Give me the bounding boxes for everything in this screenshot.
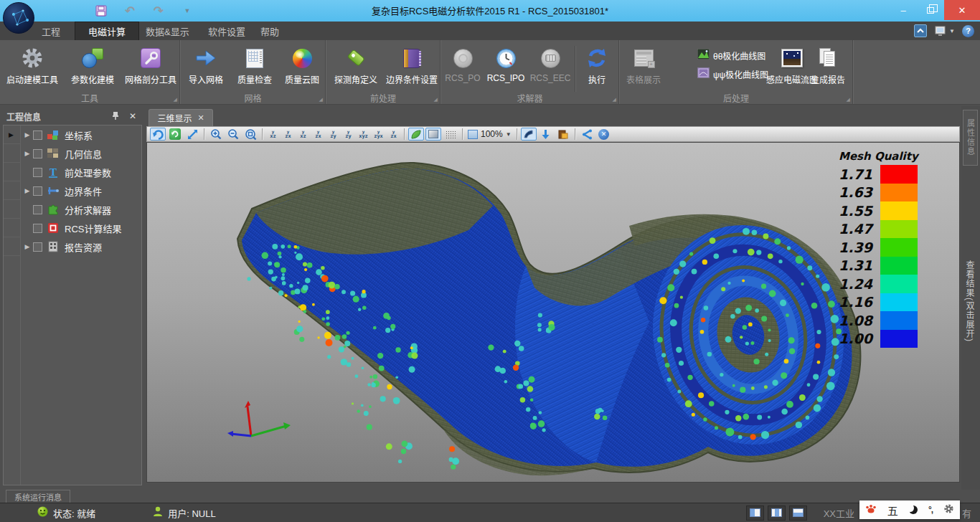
share-view-button[interactable] — [579, 128, 595, 141]
ime-settings-gear-icon[interactable] — [943, 503, 954, 517]
axis-view-button[interactable]: yxz — [265, 130, 281, 139]
zoom-dropdown-icon[interactable]: ▼ — [506, 131, 512, 138]
tree-checkbox[interactable] — [33, 205, 42, 214]
psi-polarization-plot-button[interactable]: ψψ极化曲线图 — [697, 67, 768, 80]
tree-checkbox[interactable] — [33, 224, 42, 233]
execute-button[interactable]: 执行 — [578, 42, 616, 90]
group-dialog-launcher-icon[interactable]: ◢ — [434, 97, 438, 102]
expand-arrow-icon[interactable]: ▶ — [22, 131, 33, 138]
zoom-out-button[interactable] — [225, 128, 241, 141]
zoom-level-combo[interactable]: 100% ▼ — [468, 129, 512, 139]
zoom-fit-button[interactable] — [242, 128, 258, 141]
help-button[interactable]: ? — [962, 25, 974, 37]
tree-checkbox[interactable] — [33, 168, 42, 177]
shaded-view-button[interactable] — [425, 128, 441, 141]
axis-view-button[interactable]: yzx — [281, 130, 296, 139]
3d-canvas[interactable]: Mesh Quality 1.711.631.551.471.391.311.2… — [146, 142, 960, 483]
status-smiley-icon — [37, 506, 48, 520]
axis-view-button[interactable]: yzy — [326, 130, 341, 139]
import-mesh-button[interactable]: 导入网格 — [184, 42, 228, 90]
rcs-ipo-button[interactable]: RCS_IPO — [484, 42, 527, 90]
mesh-partition-tool-button[interactable]: 网格剖分工具 — [122, 42, 179, 90]
rcs-eec-button[interactable]: RCS_EEC — [529, 42, 572, 90]
legend-row: 1.55 — [839, 201, 933, 220]
tab-data-display[interactable]: 数据&显示 — [133, 22, 202, 40]
group-dialog-launcher-icon[interactable]: ◢ — [319, 97, 323, 102]
tab-project[interactable]: 工程 — [29, 22, 73, 40]
expand-arrow-icon[interactable]: ▶ — [22, 150, 33, 157]
tree-item[interactable]: 分析求解器 — [22, 200, 141, 219]
legend-value: 1.47 — [839, 221, 880, 237]
theta-polarization-plot-button[interactable]: θθ极化曲线图 — [697, 49, 768, 62]
quality-check-button[interactable]: 质量检查 — [232, 42, 277, 90]
expand-arrow-icon[interactable]: ▶ — [22, 243, 33, 250]
axis-view-button[interactable]: yzyx — [371, 130, 386, 139]
tab-help[interactable]: 帮助 — [248, 22, 292, 40]
pin-icon[interactable] — [112, 110, 119, 123]
quality-cloud-button[interactable]: 质量云图 — [280, 42, 324, 90]
boundary-condition-button[interactable]: 边界条件设置 — [384, 42, 440, 90]
legend-swatch — [880, 184, 918, 202]
rcs-po-button[interactable]: RCS_PO — [443, 42, 483, 90]
system-messages-tab[interactable]: 系统运行消息 — [6, 490, 70, 503]
tree-checkbox[interactable] — [33, 149, 42, 158]
attributes-panel-tab[interactable]: 属性信息 — [963, 110, 978, 166]
ime-punctuation-icon[interactable]: °, — [928, 505, 933, 515]
tree-item[interactable]: T 前处理参数 — [22, 163, 141, 181]
axis-view-button[interactable]: yzx — [386, 130, 401, 139]
axis-view-button[interactable]: yzy — [341, 130, 356, 139]
layout-bottom-panel-button[interactable] — [789, 506, 807, 521]
axis-view-button[interactable]: yxyz — [356, 130, 371, 139]
tree-item[interactable]: ▶ 边界条件 — [22, 181, 141, 200]
ime-mode-label[interactable]: 五 — [887, 503, 898, 518]
wireframe-grid-button[interactable] — [443, 128, 458, 141]
tab-close-icon[interactable]: ✕ — [197, 113, 204, 123]
close-button[interactable]: ✕ — [944, 0, 980, 20]
legend-row: 1.24 — [839, 275, 933, 293]
panel-close-icon[interactable]: ✕ — [129, 111, 136, 121]
table-display-button[interactable]: + 表格展示 — [621, 42, 666, 90]
tree-checkbox[interactable] — [33, 242, 42, 252]
expand-arrow-icon[interactable]: ▶ — [22, 187, 33, 194]
shapes-icon — [81, 44, 104, 72]
generate-report-button[interactable]: 生成报告 — [805, 42, 851, 90]
group-dialog-launcher-icon[interactable]: ◢ — [847, 97, 850, 102]
launch-modeler-button[interactable]: 启动建模工具 — [3, 42, 62, 90]
minimize-button[interactable]: – — [890, 0, 917, 20]
ribbon-group-tools: 启动建模工具 参数化建模 网格剖分工具 工具 ◢ — [0, 40, 180, 104]
refresh-view-button[interactable] — [167, 128, 183, 141]
layout-left-panel-button[interactable] — [746, 506, 764, 521]
ime-moon-icon[interactable] — [909, 506, 918, 514]
scale-view-button[interactable] — [184, 128, 200, 141]
layout-center-panel-button[interactable] — [768, 506, 786, 521]
probe-angle-button[interactable]: 探测角定义 — [329, 42, 383, 90]
tree-item[interactable]: ▶ 报告资源 — [22, 237, 141, 256]
tree-item[interactable]: ▶ 几何信息 — [22, 144, 141, 163]
tab-em-compute[interactable]: 电磁计算 — [75, 22, 139, 40]
axis-view-button[interactable]: yzx — [311, 130, 326, 139]
section-view-button[interactable] — [521, 128, 537, 141]
group-dialog-launcher-icon[interactable]: ◢ — [174, 97, 177, 102]
rotate-view-button[interactable] — [150, 128, 166, 141]
parametric-modeling-button[interactable]: 参数化建模 — [65, 42, 121, 90]
smooth-render-button[interactable] — [408, 128, 424, 141]
copy-view-button[interactable] — [555, 128, 571, 141]
cancel-button[interactable]: ✕ — [596, 128, 612, 141]
report-pages-icon — [818, 44, 838, 72]
group-dialog-launcher-icon[interactable]: ◢ — [613, 97, 616, 102]
display-mode-button[interactable]: ▼ — [934, 25, 955, 37]
ime-paw-icon[interactable] — [865, 503, 877, 517]
collapse-ribbon-button[interactable] — [914, 24, 927, 37]
restore-button[interactable] — [917, 0, 944, 20]
tree-checkbox[interactable] — [33, 186, 42, 196]
view-results-tab[interactable]: 查看结果(双击展开) — [963, 260, 976, 342]
export-down-button[interactable] — [538, 128, 554, 141]
tree-item[interactable]: RCS计算结果 — [22, 219, 141, 237]
panel-title: 工程信息 — [3, 110, 112, 123]
tab-3d-view[interactable]: 三维显示 ✕ — [149, 109, 213, 126]
zoom-in-button[interactable] — [208, 128, 224, 141]
tree-checkbox[interactable] — [33, 130, 42, 140]
tree-item[interactable]: ▶ 坐标系 — [22, 125, 141, 144]
ime-toolbar[interactable]: 五 °, — [859, 500, 960, 519]
axis-view-button[interactable]: yxz — [296, 130, 311, 139]
